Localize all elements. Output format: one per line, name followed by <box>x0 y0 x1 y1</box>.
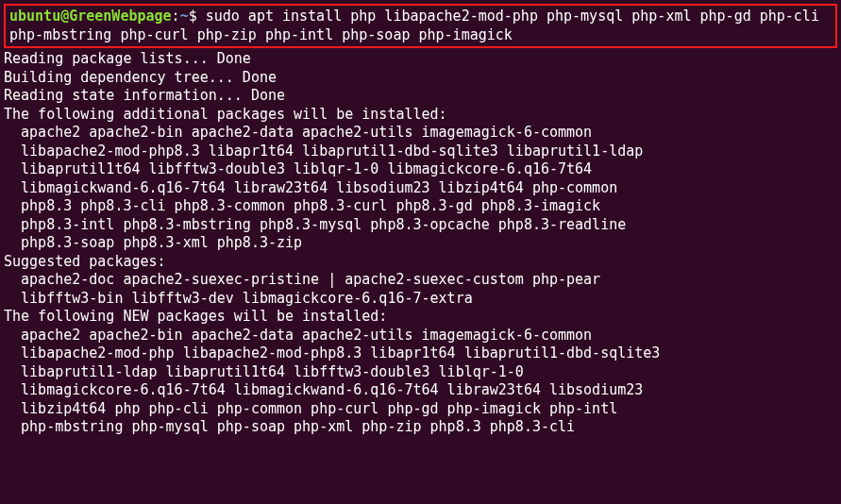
output-line-reading-state: Reading state information... Done <box>4 87 837 106</box>
output-line-reading-lists: Reading package lists... Done <box>4 50 837 69</box>
prompt-at: @ <box>60 8 69 25</box>
prompt-dollar: $ <box>189 8 206 25</box>
prompt-user: ubuntu <box>9 8 60 25</box>
output-line-additional-header: The following additional packages will b… <box>4 106 837 125</box>
output-additional-packages: apache2 apache2-bin apache2-data apache2… <box>4 124 837 253</box>
prompt-host: GreenWebpage <box>69 8 171 25</box>
output-new-packages: apache2 apache2-bin apache2-data apache2… <box>4 327 837 437</box>
output-line-building-tree: Building dependency tree... Done <box>4 69 837 88</box>
command-line: ubuntu@GreenWebpage:~$ sudo apt install … <box>9 8 832 44</box>
output-suggested-packages: apache2-doc apache2-suexec-pristine | ap… <box>4 271 837 308</box>
prompt-path: ~ <box>180 8 189 25</box>
output-line-suggested-header: Suggested packages: <box>4 253 837 272</box>
terminal-window[interactable]: ubuntu@GreenWebpage:~$ sudo apt install … <box>4 4 837 437</box>
output-line-new-header: The following NEW packages will be insta… <box>4 308 837 327</box>
command-highlight-box: ubuntu@GreenWebpage:~$ sudo apt install … <box>4 4 837 48</box>
prompt-colon: : <box>172 8 180 25</box>
